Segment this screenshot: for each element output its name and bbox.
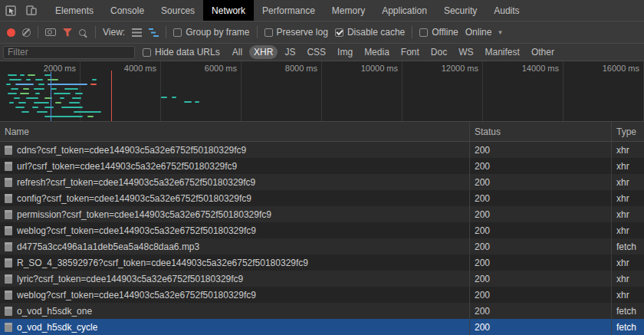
view-label: View: xyxy=(103,27,125,38)
timeline-label: 12000 ms xyxy=(417,64,478,73)
request-name-cell: lyric?csrf_token=cdee144903c5a32e6752f50… xyxy=(0,271,469,287)
table-row[interactable]: o_vod_h5sdk_one200fetch xyxy=(0,303,644,319)
filter-toggle-button[interactable] xyxy=(63,28,72,37)
filter-bar: Hide data URLs AllXHRJSCSSImgMediaFontDo… xyxy=(0,44,644,61)
file-icon xyxy=(5,178,12,187)
main-tabbar: ElementsConsoleSourcesNetworkPerformance… xyxy=(0,0,644,21)
timeline-overview[interactable]: 2000 ms4000 ms6000 ms8000 ms10000 ms1200… xyxy=(0,61,644,122)
disable-cache-checkbox[interactable]: Disable cache xyxy=(335,27,405,38)
preserve-log-checkbox[interactable]: Preserve log xyxy=(264,27,328,38)
hide-data-urls-checkbox[interactable]: Hide data URLs xyxy=(143,47,220,57)
filter-pill-manifest[interactable]: Manifest xyxy=(481,45,524,59)
table-row[interactable]: permission?csrf_token=cdee144903c5a32e67… xyxy=(0,206,644,222)
request-status-cell: 200 xyxy=(469,142,611,158)
toolbar-divider xyxy=(166,26,166,38)
request-name: permission?csrf_token=cdee144903c5a32e67… xyxy=(17,209,271,220)
waterfall-bar xyxy=(28,74,35,76)
waterfall-bar xyxy=(60,97,64,99)
column-header-type[interactable]: Type xyxy=(611,122,644,141)
throttling-dropdown[interactable]: Online ▼ xyxy=(465,27,504,38)
tab-application[interactable]: Application xyxy=(373,0,435,21)
group-by-frame-checkbox[interactable]: Group by frame xyxy=(173,27,249,38)
file-icon xyxy=(5,323,12,332)
file-icon xyxy=(5,146,12,155)
waterfall-bar xyxy=(38,84,44,85)
filter-pill-media[interactable]: Media xyxy=(360,45,394,59)
request-name-cell: refresh?csrf_token=cdee144903c5a32e6752f… xyxy=(0,174,469,190)
request-status-cell: 200 xyxy=(469,206,611,222)
filter-input[interactable] xyxy=(3,46,135,59)
tab-elements[interactable]: Elements xyxy=(47,0,102,21)
table-row[interactable]: refresh?csrf_token=cdee144903c5a32e6752f… xyxy=(0,174,644,190)
tab-sources[interactable]: Sources xyxy=(153,0,203,21)
record-icon xyxy=(7,28,15,37)
table-row[interactable]: cdns?csrf_token=cdee144903c5a32e6752f501… xyxy=(0,142,644,158)
capture-screenshots-button[interactable] xyxy=(45,28,56,36)
table-row[interactable]: lyric?csrf_token=cdee144903c5a32e6752f50… xyxy=(0,271,644,287)
tab-network[interactable]: Network xyxy=(203,0,254,21)
filter-pill-doc[interactable]: Doc xyxy=(426,45,452,59)
timeline-label: 2000 ms xyxy=(15,64,76,73)
waterfall-bar xyxy=(44,74,51,76)
waterfall-bar xyxy=(184,101,192,103)
waterfall-bar xyxy=(161,97,167,98)
waterfall-bar xyxy=(90,84,97,85)
throttling-value: Online xyxy=(465,27,492,38)
table-row[interactable]: d4775a3cc496a1a1deb5ea5a48c8daa6.mp3200f… xyxy=(0,238,644,255)
search-button[interactable] xyxy=(79,29,88,36)
timeline-gridline xyxy=(321,61,322,121)
column-header-status[interactable]: Status xyxy=(469,122,611,141)
tab-console[interactable]: Console xyxy=(102,0,153,21)
clear-button[interactable] xyxy=(22,28,31,37)
inspect-element-icon[interactable] xyxy=(0,0,21,21)
requests-table: NameStatusType cdns?csrf_token=cdee14490… xyxy=(0,122,644,335)
file-icon xyxy=(5,162,12,171)
filter-pill-img[interactable]: Img xyxy=(333,45,357,59)
request-status-cell: 200 xyxy=(469,319,611,335)
request-status-cell: 200 xyxy=(469,190,611,206)
table-body: cdns?csrf_token=cdee144903c5a32e6752f501… xyxy=(0,142,644,335)
table-row[interactable]: weblog?csrf_token=cdee144903c5a32e6752f5… xyxy=(0,222,644,238)
request-type-cell: xhr xyxy=(611,174,644,190)
request-name: o_vod_h5sdk_one xyxy=(17,306,92,317)
filter-pill-all[interactable]: All xyxy=(228,45,247,59)
filter-pill-js[interactable]: JS xyxy=(280,45,300,59)
table-row[interactable]: R_SO_4_38592976?csrf_token=cdee144903c5a… xyxy=(0,255,644,271)
waterfall-view-button[interactable] xyxy=(149,28,159,37)
filter-pill-ws[interactable]: WS xyxy=(454,45,478,59)
table-row[interactable]: url?csrf_token=cdee144903c5a32e6752f5018… xyxy=(0,158,644,174)
panel-tabs: ElementsConsoleSourcesNetworkPerformance… xyxy=(47,0,528,21)
tab-security[interactable]: Security xyxy=(435,0,485,21)
file-icon xyxy=(5,194,12,203)
record-button[interactable] xyxy=(7,28,15,37)
waterfall-bar xyxy=(35,79,43,80)
checkbox-box xyxy=(173,28,182,37)
waterfall-bar xyxy=(8,93,17,94)
column-header-name[interactable]: Name xyxy=(0,122,469,141)
waterfall-bar xyxy=(74,111,101,113)
table-row[interactable]: o_vod_h5sdk_cycle200fetch xyxy=(0,319,644,335)
table-row[interactable]: config?csrf_token=cdee144903c5a32e6752f5… xyxy=(0,190,644,206)
waterfall-bar xyxy=(14,97,20,99)
offline-checkbox[interactable]: Offline xyxy=(419,27,458,38)
waterfall-bar xyxy=(51,88,57,90)
waterfall-bar xyxy=(9,102,14,103)
tab-performance[interactable]: Performance xyxy=(254,0,324,21)
filter-pill-css[interactable]: CSS xyxy=(302,45,330,59)
request-type-cell: fetch xyxy=(611,319,644,335)
list-view-button[interactable] xyxy=(132,28,142,37)
event-marker xyxy=(51,72,51,121)
filter-pill-font[interactable]: Font xyxy=(396,45,424,59)
table-row[interactable]: weblog?csrf_token=cdee144903c5a32e6752f5… xyxy=(0,287,644,303)
filter-pill-other[interactable]: Other xyxy=(527,45,559,59)
tab-memory[interactable]: Memory xyxy=(324,0,373,21)
request-name-cell: weblog?csrf_token=cdee144903c5a32e6752f5… xyxy=(0,222,469,238)
timeline-label: 6000 ms xyxy=(176,64,237,73)
waterfall-bar xyxy=(37,111,48,113)
timeline-gridline xyxy=(402,61,402,121)
filter-pill-xhr[interactable]: XHR xyxy=(249,45,278,59)
device-toolbar-icon[interactable] xyxy=(21,0,41,21)
tab-audits[interactable]: Audits xyxy=(485,0,527,21)
waterfall-bar xyxy=(23,88,29,90)
request-status-cell: 200 xyxy=(469,303,611,319)
